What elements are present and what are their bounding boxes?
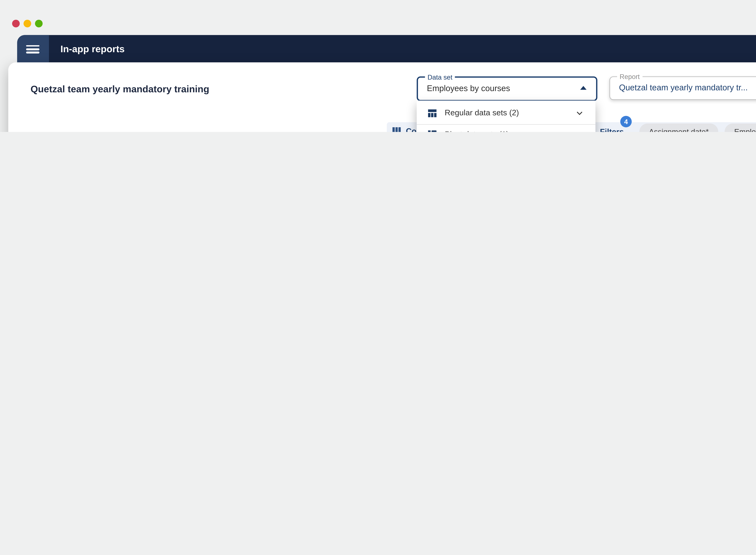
main-content: Quetzal team yearly mandatory training D… bbox=[8, 62, 756, 132]
active-filter-chips: Assignment date*Employee full nameEmploy… bbox=[640, 124, 756, 132]
report-select[interactable]: Report Quetzal team yearly mandatory tr.… bbox=[610, 76, 756, 100]
regular-dataset-icon bbox=[427, 108, 438, 119]
filters-count-badge: 4 bbox=[620, 116, 632, 127]
dataset-group-regular[interactable]: Regular data sets (2) bbox=[417, 103, 596, 123]
chevron-up-icon bbox=[575, 131, 584, 132]
columns-icon bbox=[392, 126, 401, 132]
page-title: In-app reports bbox=[60, 35, 125, 62]
dataset-caret-up-icon bbox=[580, 86, 586, 90]
filter-chip[interactable]: Employee full name bbox=[725, 124, 756, 132]
zoom-window-button[interactable] bbox=[35, 20, 43, 27]
chevron-down-icon bbox=[575, 109, 584, 118]
dataset-group-label: Pivot data sets (1) bbox=[445, 125, 509, 132]
pivot-dataset-icon bbox=[427, 129, 438, 132]
dataset-group-pivot[interactable]: Pivot data sets (1) bbox=[417, 125, 596, 132]
dataset-select[interactable]: Data set Employees by courses bbox=[417, 76, 598, 101]
hamburger-icon bbox=[26, 43, 40, 55]
filter-chip[interactable]: Assignment date* bbox=[640, 124, 718, 132]
dataset-group-label: Regular data sets (2) bbox=[445, 103, 519, 123]
close-window-button[interactable] bbox=[12, 20, 20, 27]
minimize-window-button[interactable] bbox=[23, 20, 31, 27]
window-controls bbox=[12, 20, 43, 27]
filters-button[interactable]: Filters bbox=[600, 127, 624, 132]
report-value: Quetzal team yearly mandatory tr... bbox=[619, 77, 756, 98]
dataset-dropdown: Regular data sets (2) Pivot data sets (1… bbox=[417, 101, 596, 132]
report-title: Quetzal team yearly mandatory training bbox=[31, 83, 209, 94]
menu-button[interactable] bbox=[17, 35, 49, 62]
dataset-value: Employees by courses bbox=[427, 78, 510, 99]
screen: In-app reports San Francisco Clinic ⚙ Qu… bbox=[0, 0, 756, 132]
app-header: In-app reports San Francisco Clinic ⚙ bbox=[17, 35, 756, 62]
